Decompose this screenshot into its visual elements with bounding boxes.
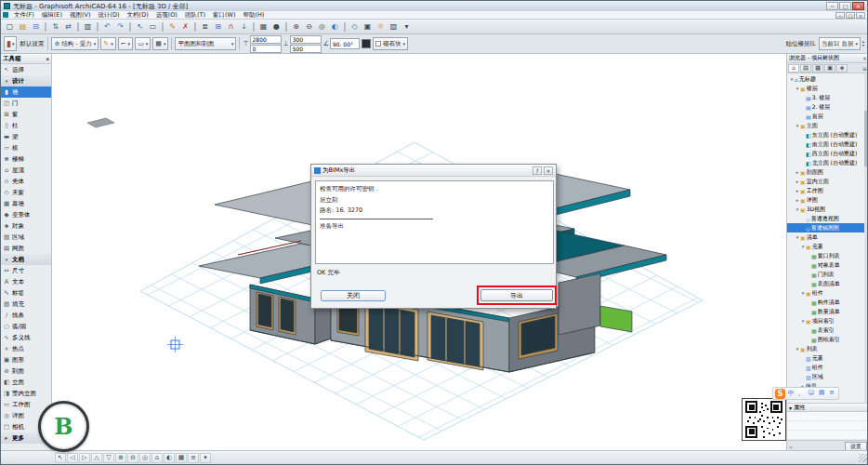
tree-item[interactable]: ▦ 表面清单 bbox=[787, 279, 868, 288]
dialog-titlebar[interactable]: 为BIMx导出 ? × bbox=[311, 165, 556, 177]
tree-item[interactable]: ▤ 首层 bbox=[787, 112, 868, 121]
sogou-lang-icon[interactable]: 中 bbox=[786, 389, 796, 398]
menu-help[interactable]: 帮助(H) bbox=[239, 11, 268, 20]
group-icon[interactable]: ▦ bbox=[257, 20, 270, 33]
more-tools-icon[interactable]: ▾ bbox=[401, 20, 413, 33]
scrollbar-thumb[interactable] bbox=[864, 111, 868, 166]
new-file-icon[interactable]: ▢ bbox=[4, 20, 16, 33]
gravity-icon[interactable]: ↓ bbox=[238, 20, 250, 33]
tree-item[interactable]: ▤ 2. 楼层 bbox=[787, 102, 868, 112]
zoom-in-icon[interactable]: ⊕ bbox=[290, 20, 302, 33]
menu-design[interactable]: 设计(D) bbox=[95, 11, 124, 20]
tree-item[interactable]: ▦ 数量清单 bbox=[787, 307, 868, 316]
tab-layout-book[interactable]: ▦ bbox=[812, 64, 823, 73]
tree-item[interactable]: ▦ 窗口列表 bbox=[787, 251, 868, 260]
tree-item[interactable]: ▸ ▣ 详图 bbox=[787, 195, 868, 205]
tool-polyline[interactable]: ∿ 多义线 bbox=[1, 332, 51, 343]
tree-item[interactable]: ▸ ▣ 工作图 bbox=[787, 186, 868, 195]
panel-menu-icon[interactable]: ≡ bbox=[862, 65, 868, 72]
zoom-out-icon[interactable]: ⊖ bbox=[303, 20, 315, 33]
display-mode-dropdown[interactable]: 平面图和剖面 ▾ bbox=[175, 37, 236, 50]
offset-input[interactable] bbox=[290, 45, 322, 53]
dialog-help-button[interactable]: ? bbox=[533, 166, 542, 175]
export-button[interactable]: 导出 bbox=[480, 289, 553, 301]
tree-item[interactable]: ▾ ▣ 立面 bbox=[787, 121, 868, 130]
marquee-tool-icon[interactable]: ▭ bbox=[147, 20, 159, 33]
camera-icon[interactable]: ▣ bbox=[362, 20, 374, 33]
tool-fill[interactable]: ▧ 填充 bbox=[1, 299, 51, 310]
separator[interactable] bbox=[97, 22, 99, 32]
menu-document[interactable]: 文档(D) bbox=[124, 11, 152, 20]
separator[interactable] bbox=[45, 22, 46, 32]
separator[interactable] bbox=[194, 22, 196, 32]
wall-height-input[interactable] bbox=[250, 35, 282, 44]
tree-item[interactable]: ◇ 普通轴测图 bbox=[787, 223, 868, 232]
angle-input[interactable] bbox=[330, 38, 360, 49]
tool-column[interactable]: ▯ 柱 bbox=[1, 120, 51, 131]
tool-roof[interactable]: ⌂ 屋顶 bbox=[1, 165, 51, 176]
resize-grip[interactable] bbox=[859, 454, 867, 462]
fit-view-icon[interactable]: ◎ bbox=[139, 453, 151, 463]
pencil-icon[interactable]: ✎ bbox=[166, 20, 178, 33]
maximize-button[interactable]: □ bbox=[839, 2, 851, 10]
story-spinner[interactable]: ▴ ▾ bbox=[862, 40, 864, 47]
tree-item[interactable]: ▦ 图纸索引 bbox=[787, 335, 868, 344]
tree-item[interactable]: ▾ ▣ 3D视图 bbox=[787, 205, 868, 214]
separator[interactable] bbox=[253, 22, 255, 32]
menu-icon[interactable]: ≡ bbox=[188, 453, 199, 463]
tab-publisher[interactable]: ▣ bbox=[824, 64, 835, 73]
tool-interior-elevation[interactable]: ◨ 室内立面 bbox=[1, 388, 51, 399]
tool-mesh[interactable]: ▤ 网面 bbox=[1, 243, 51, 254]
tool-beam[interactable]: ▬ 梁 bbox=[1, 131, 51, 142]
tree-item[interactable]: ▾ ▣ 组件 bbox=[787, 288, 868, 298]
tool-zone[interactable]: ▨ 区域 bbox=[1, 232, 51, 243]
tree-item[interactable]: ▥ 组件 bbox=[787, 363, 868, 372]
pan-left-icon[interactable]: ◁ bbox=[67, 453, 78, 463]
wall-shape-dropdown[interactable]: ▭ ▾ bbox=[135, 37, 151, 50]
tree-item[interactable]: ▾ ▣ 清单 bbox=[787, 232, 868, 242]
tree-scrollbar[interactable] bbox=[864, 73, 868, 403]
pen-dropdown[interactable]: ✎ ▾ bbox=[100, 37, 115, 50]
zoom-out-icon[interactable]: ⊖ bbox=[127, 453, 138, 463]
pan-right-icon[interactable]: ▷ bbox=[79, 453, 90, 463]
menu-options[interactable]: 选项(O) bbox=[152, 11, 181, 20]
pen-color-chip[interactable] bbox=[362, 39, 371, 48]
tree-item[interactable]: ◧ 北立面 (自动重建) bbox=[787, 158, 868, 167]
tool-worksheet[interactable]: ▭ 工作图 bbox=[1, 399, 51, 410]
section-document[interactable]: ▾ 文档 bbox=[1, 254, 51, 265]
menu-window[interactable]: 窗口(W) bbox=[209, 11, 240, 20]
tree-item[interactable]: ▾ ▣ 项目索引 bbox=[787, 316, 868, 326]
tool-hotspot[interactable]: + 热点 bbox=[1, 343, 51, 354]
properties-header[interactable]: ▾ 属性 bbox=[787, 403, 868, 412]
tool-slab[interactable]: ▱ 板 bbox=[1, 142, 51, 153]
orbit-icon[interactable]: ◐ bbox=[164, 453, 175, 463]
teamwork-send-icon[interactable]: ⇅ bbox=[49, 20, 61, 33]
collapse-arrow-icon[interactable]: ▾ bbox=[789, 405, 792, 411]
tree-item[interactable]: ▥ 元素 bbox=[787, 353, 868, 363]
tree-item[interactable]: ◇ 普通透视图 bbox=[787, 214, 868, 223]
teamwork-receive-icon[interactable]: ⇄ bbox=[62, 20, 74, 33]
tool-skylight[interactable]: ◇ 天窗 bbox=[1, 187, 51, 198]
tool-stair[interactable]: ≣ 楼梯 bbox=[1, 153, 51, 165]
menu-file[interactable]: 文件(F) bbox=[10, 11, 38, 20]
building-material-dropdown[interactable]: 砌石块 ▾ bbox=[373, 37, 408, 50]
tree-item[interactable]: ◧ 南立面 (自动重建) bbox=[787, 140, 868, 149]
viewport-3d[interactable]: 为BIMx导出 ? × 检查可用的许可密钥 . 层立刻 路名: 16. 3270… bbox=[52, 54, 786, 452]
tree-item[interactable]: ▾ ▣ 元素 bbox=[787, 242, 868, 251]
pan-down-icon[interactable]: ▽ bbox=[103, 453, 114, 463]
arrow-tool-icon[interactable]: ↖ bbox=[134, 20, 146, 33]
layer-structure-dropdown[interactable]: ⊕ 结构 - 受力 ▾ bbox=[51, 37, 99, 50]
tree-item[interactable]: ▾ ▣ 楼层 bbox=[787, 84, 868, 93]
orbit-icon[interactable]: ◐ bbox=[329, 20, 341, 33]
section-design[interactable]: ▾ 设计 bbox=[1, 75, 51, 86]
tool-wall[interactable]: ▮ 墙 bbox=[1, 86, 51, 98]
minimize-button[interactable]: ─ bbox=[826, 2, 838, 10]
tree-item[interactable]: ▸ ▣ 剖面图 bbox=[787, 167, 868, 177]
close-dialog-button[interactable]: 关闭 bbox=[321, 290, 386, 301]
menu-edit[interactable]: 编辑(E) bbox=[38, 11, 66, 20]
collapse-panel-icon[interactable]: « bbox=[789, 444, 793, 450]
zoom-in-icon[interactable]: ⊕ bbox=[115, 453, 126, 463]
panel-close-icon[interactable]: × bbox=[862, 55, 867, 61]
tree-item[interactable]: ▾ ▣ 列表 bbox=[787, 344, 868, 353]
home-zoom-icon[interactable]: ⌂ bbox=[151, 453, 163, 463]
